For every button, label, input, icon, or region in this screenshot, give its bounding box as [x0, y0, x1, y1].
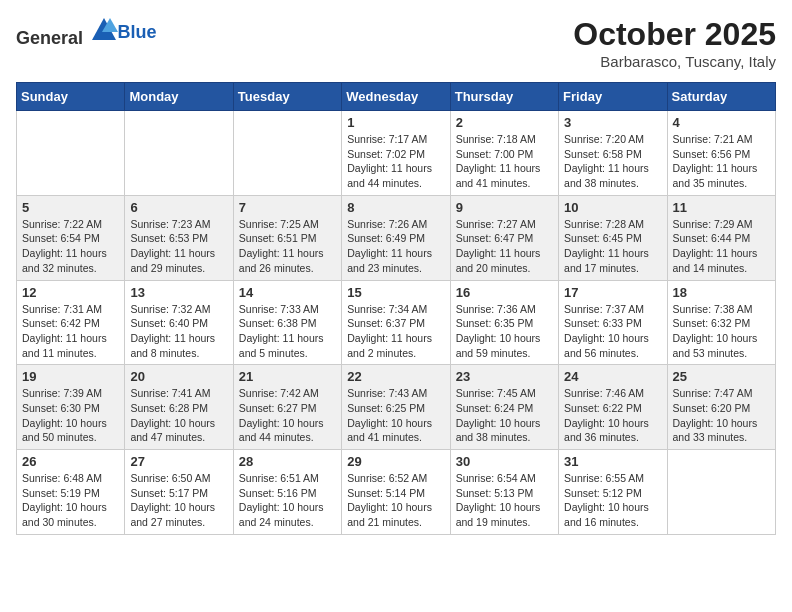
- calendar-table: SundayMondayTuesdayWednesdayThursdayFrid…: [16, 82, 776, 535]
- day-number: 27: [130, 454, 227, 469]
- day-number: 22: [347, 369, 444, 384]
- calendar-cell: [125, 111, 233, 196]
- day-info: Sunrise: 7:23 AM Sunset: 6:53 PM Dayligh…: [130, 217, 227, 276]
- calendar-cell: [667, 450, 775, 535]
- logo-blue: Blue: [118, 22, 157, 43]
- month-title: October 2025: [573, 16, 776, 53]
- day-info: Sunrise: 7:25 AM Sunset: 6:51 PM Dayligh…: [239, 217, 336, 276]
- day-number: 3: [564, 115, 661, 130]
- day-number: 20: [130, 369, 227, 384]
- day-info: Sunrise: 7:46 AM Sunset: 6:22 PM Dayligh…: [564, 386, 661, 445]
- day-info: Sunrise: 7:45 AM Sunset: 6:24 PM Dayligh…: [456, 386, 553, 445]
- weekday-header: Saturday: [667, 83, 775, 111]
- day-info: Sunrise: 7:34 AM Sunset: 6:37 PM Dayligh…: [347, 302, 444, 361]
- day-info: Sunrise: 7:27 AM Sunset: 6:47 PM Dayligh…: [456, 217, 553, 276]
- calendar-week-row: 26Sunrise: 6:48 AM Sunset: 5:19 PM Dayli…: [17, 450, 776, 535]
- day-number: 15: [347, 285, 444, 300]
- day-info: Sunrise: 7:20 AM Sunset: 6:58 PM Dayligh…: [564, 132, 661, 191]
- logo-icon: [90, 16, 118, 44]
- calendar-cell: 24Sunrise: 7:46 AM Sunset: 6:22 PM Dayli…: [559, 365, 667, 450]
- logo-general: General: [16, 28, 83, 48]
- calendar-cell: 10Sunrise: 7:28 AM Sunset: 6:45 PM Dayli…: [559, 195, 667, 280]
- calendar-cell: 30Sunrise: 6:54 AM Sunset: 5:13 PM Dayli…: [450, 450, 558, 535]
- day-info: Sunrise: 6:51 AM Sunset: 5:16 PM Dayligh…: [239, 471, 336, 530]
- calendar-cell: [17, 111, 125, 196]
- day-number: 6: [130, 200, 227, 215]
- calendar-cell: 1Sunrise: 7:17 AM Sunset: 7:02 PM Daylig…: [342, 111, 450, 196]
- calendar-cell: 11Sunrise: 7:29 AM Sunset: 6:44 PM Dayli…: [667, 195, 775, 280]
- calendar-cell: 12Sunrise: 7:31 AM Sunset: 6:42 PM Dayli…: [17, 280, 125, 365]
- page-header: General Blue October 2025 Barbarasco, Tu…: [16, 16, 776, 70]
- calendar-cell: 21Sunrise: 7:42 AM Sunset: 6:27 PM Dayli…: [233, 365, 341, 450]
- calendar-cell: 26Sunrise: 6:48 AM Sunset: 5:19 PM Dayli…: [17, 450, 125, 535]
- weekday-header: Wednesday: [342, 83, 450, 111]
- calendar-week-row: 12Sunrise: 7:31 AM Sunset: 6:42 PM Dayli…: [17, 280, 776, 365]
- day-number: 29: [347, 454, 444, 469]
- day-info: Sunrise: 7:26 AM Sunset: 6:49 PM Dayligh…: [347, 217, 444, 276]
- day-info: Sunrise: 6:50 AM Sunset: 5:17 PM Dayligh…: [130, 471, 227, 530]
- day-info: Sunrise: 7:21 AM Sunset: 6:56 PM Dayligh…: [673, 132, 770, 191]
- calendar-week-row: 19Sunrise: 7:39 AM Sunset: 6:30 PM Dayli…: [17, 365, 776, 450]
- calendar-cell: 23Sunrise: 7:45 AM Sunset: 6:24 PM Dayli…: [450, 365, 558, 450]
- weekday-header: Thursday: [450, 83, 558, 111]
- calendar-cell: 8Sunrise: 7:26 AM Sunset: 6:49 PM Daylig…: [342, 195, 450, 280]
- day-info: Sunrise: 6:54 AM Sunset: 5:13 PM Dayligh…: [456, 471, 553, 530]
- day-number: 17: [564, 285, 661, 300]
- day-number: 9: [456, 200, 553, 215]
- calendar-cell: 22Sunrise: 7:43 AM Sunset: 6:25 PM Dayli…: [342, 365, 450, 450]
- calendar-cell: 31Sunrise: 6:55 AM Sunset: 5:12 PM Dayli…: [559, 450, 667, 535]
- day-number: 14: [239, 285, 336, 300]
- day-info: Sunrise: 7:17 AM Sunset: 7:02 PM Dayligh…: [347, 132, 444, 191]
- weekday-header: Monday: [125, 83, 233, 111]
- calendar-cell: 14Sunrise: 7:33 AM Sunset: 6:38 PM Dayli…: [233, 280, 341, 365]
- calendar-cell: 6Sunrise: 7:23 AM Sunset: 6:53 PM Daylig…: [125, 195, 233, 280]
- day-info: Sunrise: 7:39 AM Sunset: 6:30 PM Dayligh…: [22, 386, 119, 445]
- day-number: 25: [673, 369, 770, 384]
- day-number: 26: [22, 454, 119, 469]
- day-info: Sunrise: 6:48 AM Sunset: 5:19 PM Dayligh…: [22, 471, 119, 530]
- day-number: 5: [22, 200, 119, 215]
- day-info: Sunrise: 7:42 AM Sunset: 6:27 PM Dayligh…: [239, 386, 336, 445]
- calendar-cell: 29Sunrise: 6:52 AM Sunset: 5:14 PM Dayli…: [342, 450, 450, 535]
- day-number: 24: [564, 369, 661, 384]
- day-info: Sunrise: 7:32 AM Sunset: 6:40 PM Dayligh…: [130, 302, 227, 361]
- day-number: 10: [564, 200, 661, 215]
- weekday-header: Tuesday: [233, 83, 341, 111]
- calendar-cell: 9Sunrise: 7:27 AM Sunset: 6:47 PM Daylig…: [450, 195, 558, 280]
- day-number: 1: [347, 115, 444, 130]
- day-number: 30: [456, 454, 553, 469]
- day-info: Sunrise: 6:55 AM Sunset: 5:12 PM Dayligh…: [564, 471, 661, 530]
- day-info: Sunrise: 6:52 AM Sunset: 5:14 PM Dayligh…: [347, 471, 444, 530]
- logo: General Blue: [16, 16, 157, 49]
- day-number: 28: [239, 454, 336, 469]
- calendar-cell: 18Sunrise: 7:38 AM Sunset: 6:32 PM Dayli…: [667, 280, 775, 365]
- calendar-cell: 15Sunrise: 7:34 AM Sunset: 6:37 PM Dayli…: [342, 280, 450, 365]
- day-number: 19: [22, 369, 119, 384]
- day-number: 21: [239, 369, 336, 384]
- day-info: Sunrise: 7:18 AM Sunset: 7:00 PM Dayligh…: [456, 132, 553, 191]
- weekday-header: Friday: [559, 83, 667, 111]
- day-info: Sunrise: 7:33 AM Sunset: 6:38 PM Dayligh…: [239, 302, 336, 361]
- day-number: 11: [673, 200, 770, 215]
- calendar-cell: 3Sunrise: 7:20 AM Sunset: 6:58 PM Daylig…: [559, 111, 667, 196]
- day-number: 23: [456, 369, 553, 384]
- weekday-header: Sunday: [17, 83, 125, 111]
- calendar-cell: 5Sunrise: 7:22 AM Sunset: 6:54 PM Daylig…: [17, 195, 125, 280]
- day-number: 7: [239, 200, 336, 215]
- calendar-cell: 25Sunrise: 7:47 AM Sunset: 6:20 PM Dayli…: [667, 365, 775, 450]
- day-number: 12: [22, 285, 119, 300]
- location-title: Barbarasco, Tuscany, Italy: [573, 53, 776, 70]
- day-info: Sunrise: 7:47 AM Sunset: 6:20 PM Dayligh…: [673, 386, 770, 445]
- calendar-cell: 2Sunrise: 7:18 AM Sunset: 7:00 PM Daylig…: [450, 111, 558, 196]
- day-number: 13: [130, 285, 227, 300]
- title-block: October 2025 Barbarasco, Tuscany, Italy: [573, 16, 776, 70]
- day-info: Sunrise: 7:22 AM Sunset: 6:54 PM Dayligh…: [22, 217, 119, 276]
- calendar-cell: 20Sunrise: 7:41 AM Sunset: 6:28 PM Dayli…: [125, 365, 233, 450]
- calendar-cell: [233, 111, 341, 196]
- calendar-cell: 4Sunrise: 7:21 AM Sunset: 6:56 PM Daylig…: [667, 111, 775, 196]
- day-info: Sunrise: 7:36 AM Sunset: 6:35 PM Dayligh…: [456, 302, 553, 361]
- day-info: Sunrise: 7:43 AM Sunset: 6:25 PM Dayligh…: [347, 386, 444, 445]
- calendar-cell: 19Sunrise: 7:39 AM Sunset: 6:30 PM Dayli…: [17, 365, 125, 450]
- day-number: 2: [456, 115, 553, 130]
- day-number: 8: [347, 200, 444, 215]
